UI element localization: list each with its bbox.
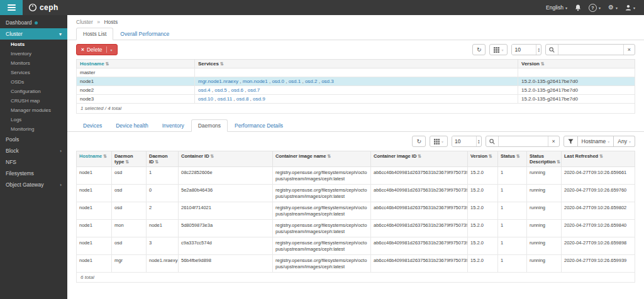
- version-cell: 15.2.0: [468, 185, 498, 202]
- tab-devices[interactable]: Devices: [76, 119, 109, 132]
- sidebar-item-cluster[interactable]: Cluster ▾: [0, 28, 67, 40]
- service-link[interactable]: mgr.node1.nraexy: [198, 79, 238, 84]
- sidebar-item-object-gateway[interactable]: Object Gateway ›: [0, 179, 67, 190]
- host-row[interactable]: master: [77, 68, 635, 77]
- page-size-input[interactable]: ▴▾: [452, 136, 482, 147]
- status-cell: 1: [498, 255, 527, 273]
- help-menu[interactable]: ? ▾: [589, 4, 601, 12]
- page-size-spinner[interactable]: ▴▾: [536, 45, 541, 55]
- service-link[interactable]: osd.2: [305, 79, 318, 84]
- chevron-down-icon: ▾: [59, 31, 62, 37]
- sidebar-item-services[interactable]: Services: [0, 68, 67, 77]
- page-size-spinner[interactable]: ▴▾: [476, 136, 481, 146]
- sidebar-item-osds[interactable]: OSDs: [0, 77, 67, 87]
- clear-search-button[interactable]: ×: [623, 45, 635, 55]
- sidebar-item-nfs[interactable]: NFS: [0, 156, 67, 168]
- breadcrumb-section[interactable]: Cluster: [76, 19, 93, 25]
- service-link[interactable]: osd.6: [231, 87, 244, 93]
- service-link[interactable]: osd.9: [253, 96, 265, 102]
- delete-button[interactable]: × Delete ▾: [76, 44, 118, 55]
- sidebar-toggle-button[interactable]: [0, 0, 23, 15]
- tab-device-health[interactable]: Device health: [109, 119, 155, 132]
- daemons-header-container-id[interactable]: Container ID⇅: [179, 151, 273, 167]
- host-row[interactable]: node3 osd.10 , osd.11 , osd.8 , osd.9 15…: [77, 95, 635, 104]
- service-link[interactable]: mon.node1: [243, 79, 268, 84]
- page-size-value[interactable]: [452, 136, 476, 146]
- filter-value-dropdown[interactable]: Any ▾: [614, 136, 635, 147]
- tab-inventory[interactable]: Inventory: [155, 119, 191, 132]
- sidebar-item-logs[interactable]: Logs: [0, 115, 67, 124]
- sidebar-item-crush-map[interactable]: CRUSH map: [0, 96, 67, 106]
- daemon-row[interactable]: node1 osd 3 c9a337cc574d registry.opensu…: [77, 237, 635, 255]
- daemon-row[interactable]: node1 osd 1 08c22852606e registry.opensu…: [77, 167, 635, 185]
- filter-button[interactable]: [564, 136, 578, 147]
- daemon-row[interactable]: node1 mgr node1.nraexy 56b4fbe9d898 regi…: [77, 255, 635, 273]
- service-link[interactable]: osd.1: [289, 79, 301, 84]
- sidebar-item-hosts[interactable]: Hosts: [0, 40, 67, 49]
- daemons-header-version[interactable]: Version⇅: [468, 151, 498, 167]
- host-row[interactable]: node2 osd.4 , osd.5 , osd.6 , osd.7 15.2…: [77, 86, 635, 95]
- sidebar-item-block[interactable]: Block ›: [0, 145, 67, 156]
- daemons-header-hostname[interactable]: Hostname⇅: [77, 151, 112, 167]
- page-size-value[interactable]: [512, 45, 536, 55]
- column-picker-button[interactable]: ▾: [430, 136, 448, 147]
- language-menu[interactable]: English ▾: [546, 4, 567, 11]
- sidebar-item-configuration[interactable]: Configuration: [0, 87, 67, 96]
- hosts-header-services[interactable]: Services⇅: [195, 60, 518, 68]
- clear-search-button[interactable]: ×: [548, 136, 559, 146]
- service-link[interactable]: osd.10: [198, 96, 213, 102]
- page-size-input[interactable]: ▴▾: [511, 44, 541, 55]
- daemon-row[interactable]: node1 osd 0 5e2a80b46436 registry.opensu…: [77, 185, 635, 202]
- sidebar-item-inventory[interactable]: Inventory: [0, 49, 67, 58]
- service-separator: ,: [243, 87, 248, 93]
- daemons-header-container-image-name[interactable]: Container image name⇅: [273, 151, 371, 167]
- service-link[interactable]: osd.11: [218, 96, 232, 102]
- daemons-header-daemon-id[interactable]: Daemon ID⇅: [147, 151, 179, 167]
- service-link[interactable]: osd.0: [272, 79, 284, 84]
- column-picker-button[interactable]: ▾: [489, 44, 508, 55]
- tab-performance-details[interactable]: Performance Details: [228, 119, 290, 132]
- tab-hosts-list[interactable]: Hosts List: [76, 28, 113, 40]
- daemons-search-input[interactable]: [499, 136, 548, 146]
- service-link[interactable]: osd.8: [236, 96, 249, 102]
- refresh-button[interactable]: ↻: [412, 136, 426, 147]
- daemons-header-container-image-id[interactable]: Container image ID⇅: [371, 151, 468, 167]
- notifications-button[interactable]: [575, 4, 581, 11]
- tab-overall-performance[interactable]: Overall Performance: [113, 28, 176, 40]
- daemons-header-status[interactable]: Status⇅: [498, 151, 527, 167]
- user-menu[interactable]: ▾: [625, 4, 635, 11]
- delete-x-icon: ×: [81, 46, 84, 53]
- settings-menu[interactable]: ⚙ ▾: [608, 4, 618, 11]
- daemons-header-last-refreshed[interactable]: Last Refreshed⇅: [562, 151, 635, 167]
- hosts-search-input[interactable]: [558, 45, 623, 55]
- daemon-hostname-cell: node1: [77, 220, 112, 237]
- sort-icon: ⇅: [103, 154, 107, 158]
- service-link[interactable]: osd.4: [198, 87, 211, 93]
- user-icon: [625, 4, 631, 11]
- ceph-logo[interactable]: ceph: [28, 3, 58, 12]
- container-image-id-cell: ab6cc46b409981d26375631b23679f9750739cd2…: [371, 185, 468, 202]
- sidebar-item-monitoring[interactable]: Monitoring: [0, 124, 67, 134]
- refresh-button[interactable]: ↻: [472, 44, 486, 55]
- daemon-row[interactable]: node1 mon node1 5d8059873e3a registry.op…: [77, 220, 635, 237]
- tab-daemons[interactable]: Daemons: [191, 119, 228, 132]
- sidebar-item-manager-modules[interactable]: Manager modules: [0, 106, 67, 115]
- daemon-row[interactable]: node1 osd 2 26104f714021 registry.opensu…: [77, 202, 635, 220]
- filter-field-dropdown[interactable]: Hostname ▾: [578, 136, 614, 147]
- hosts-header-hostname[interactable]: Hostname⇅: [77, 60, 195, 68]
- service-link[interactable]: osd.5: [214, 87, 227, 93]
- sidebar-item-dashboard[interactable]: Dashboard: [0, 17, 67, 28]
- service-link[interactable]: osd.7: [248, 87, 260, 93]
- service-link[interactable]: osd.3: [321, 79, 334, 84]
- sidebar-item-filesystems[interactable]: Filesystems: [0, 168, 67, 179]
- daemons-header-status-description[interactable]: Status Description⇅: [527, 151, 562, 167]
- topbar-actions: English ▾ ? ▾ ⚙ ▾: [546, 4, 644, 12]
- hosts-table: Hostname⇅ Services⇅ Version⇅ master node…: [76, 59, 635, 104]
- sort-icon: ⇅: [211, 154, 214, 158]
- sidebar-item-pools[interactable]: Pools: [0, 134, 67, 145]
- sidebar-item-monitors[interactable]: Monitors: [0, 58, 67, 68]
- daemons-header-daemon-type[interactable]: Daemon type⇅: [112, 151, 147, 167]
- host-row[interactable]: node1 mgr.node1.nraexy , mon.node1 , osd…: [77, 77, 635, 86]
- hosts-header-version[interactable]: Version⇅: [518, 60, 635, 68]
- status-description-cell: running: [527, 220, 562, 237]
